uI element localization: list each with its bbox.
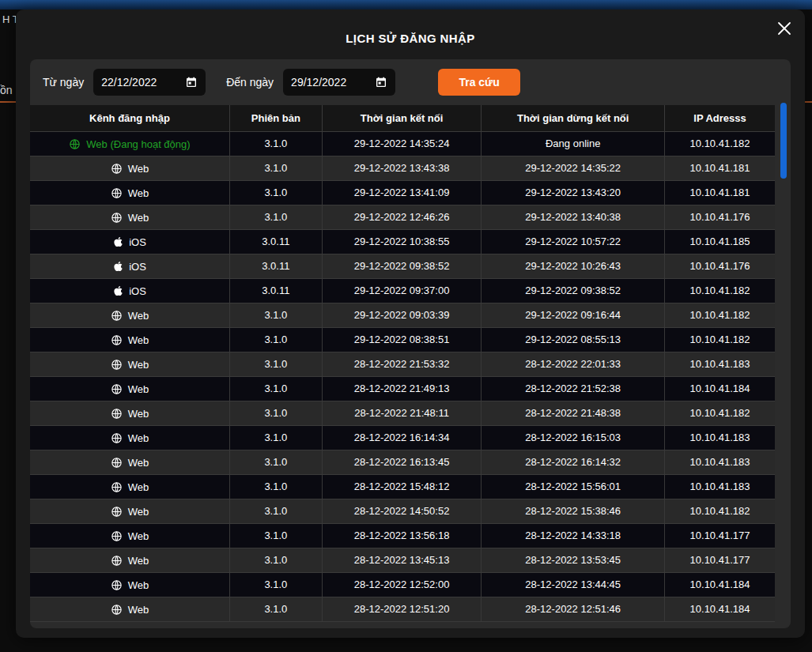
table-row[interactable]: Web 3.1.0 28-12-2022 12:51:20 28-12-2022…: [30, 597, 775, 621]
channel-cell: Web: [30, 156, 229, 180]
channel-label: Web: [128, 334, 149, 346]
disconnect-time-cell: 28-12-2022 21:48:38: [482, 401, 665, 425]
connect-time-cell: 28-12-2022 16:14:34: [322, 425, 482, 450]
table-row[interactable]: iOS 3.0.11 29-12-2022 09:37:00 29-12-202…: [30, 278, 775, 303]
channel-cell: Web: [30, 499, 229, 523]
table-row[interactable]: iOS 3.0.11 29-12-2022 10:38:55 29-12-202…: [30, 229, 775, 254]
globe-icon: [111, 163, 123, 175]
scrollbar-thumb[interactable]: [780, 103, 787, 179]
table-row[interactable]: iOS 3.0.11 29-12-2022 09:38:52 29-12-202…: [30, 254, 775, 278]
table-row[interactable]: Web 3.1.0 28-12-2022 12:52:00 28-12-2022…: [30, 572, 775, 597]
table-row[interactable]: Web 3.1.0 28-12-2022 13:45:13 28-12-2022…: [30, 548, 775, 572]
table-row[interactable]: Web 3.1.0 28-12-2022 21:53:32 28-12-2022…: [30, 352, 775, 376]
from-date-input[interactable]: 22/12/2022: [93, 69, 206, 96]
version-cell: 3.0.11: [229, 278, 322, 303]
channel-label: Web: [128, 579, 149, 591]
table-row[interactable]: Web 3.1.0 28-12-2022 16:13:45 28-12-2022…: [30, 450, 775, 474]
globe-icon: [111, 359, 123, 371]
column-header-ip: IP Adresss: [665, 105, 775, 131]
table-row[interactable]: Web 3.1.0 28-12-2022 21:48:11 28-12-2022…: [30, 401, 775, 425]
version-cell: 3.1.0: [229, 548, 322, 572]
version-cell: 3.1.0: [229, 303, 322, 327]
calendar-icon: [185, 76, 198, 89]
connect-time-cell: 28-12-2022 13:45:13: [322, 548, 482, 572]
connect-time-cell: 28-12-2022 21:48:11: [322, 401, 482, 425]
apple-icon: [113, 261, 123, 272]
channel-label: Web: [128, 604, 149, 616]
version-cell: 3.0.11: [229, 229, 322, 254]
from-date-label: Từ ngày: [43, 76, 84, 89]
version-cell: 3.1.0: [229, 180, 322, 205]
globe-icon: [69, 138, 81, 150]
channel-cell: Web: [30, 352, 229, 376]
globe-icon: [111, 604, 123, 616]
disconnect-time-cell: 29-12-2022 14:35:22: [482, 156, 665, 180]
globe-icon: [111, 579, 123, 591]
connect-time-cell: 28-12-2022 15:48:12: [322, 474, 482, 499]
disconnect-time-cell: 29-12-2022 13:43:20: [482, 180, 665, 205]
channel-label: Web: [128, 457, 149, 469]
globe-icon: [111, 432, 123, 444]
channel-label: Web: [128, 383, 149, 395]
connect-time-cell: 28-12-2022 21:49:13: [322, 376, 482, 401]
table-row[interactable]: Web 3.1.0 28-12-2022 15:48:12 28-12-2022…: [30, 474, 775, 499]
disconnect-time-cell: 29-12-2022 09:16:44: [482, 303, 665, 327]
table-row[interactable]: Web 3.1.0 29-12-2022 09:03:39 29-12-2022…: [30, 303, 775, 327]
table-row[interactable]: Web 3.1.0 28-12-2022 16:14:34 28-12-2022…: [30, 425, 775, 450]
close-button[interactable]: [775, 19, 794, 38]
globe-icon: [111, 506, 123, 518]
table-row[interactable]: Web 3.1.0 28-12-2022 13:56:18 28-12-2022…: [30, 523, 775, 548]
ip-cell: 10.10.41.185: [665, 229, 775, 254]
table-row[interactable]: Web 3.1.0 28-12-2022 21:49:13 28-12-2022…: [30, 376, 775, 401]
version-cell: 3.0.11: [229, 254, 322, 278]
login-table-body: Web (Đang hoạt động) 3.1.0 29-12-2022 14…: [30, 131, 775, 621]
ip-cell: 10.10.41.183: [665, 474, 775, 499]
background-topbar: [0, 0, 812, 9]
table-row[interactable]: Web 3.1.0 29-12-2022 08:38:51 29-12-2022…: [30, 327, 775, 352]
channel-label: Web: [128, 163, 149, 175]
channel-label: Web: [128, 432, 149, 444]
connect-time-cell: 28-12-2022 13:56:18: [322, 523, 482, 548]
table-row[interactable]: Web 3.1.0 29-12-2022 13:41:09 29-12-2022…: [30, 180, 775, 205]
ip-cell: 10.10.41.176: [665, 254, 775, 278]
ip-cell: 10.10.41.176: [665, 205, 775, 229]
globe-icon: [111, 457, 123, 469]
channel-cell: Web: [30, 597, 229, 621]
disconnect-time-cell: Đang online: [482, 131, 665, 156]
channel-label: Web (Đang hoạt động): [86, 138, 190, 150]
table-row[interactable]: Web 3.1.0 29-12-2022 12:46:26 29-12-2022…: [30, 205, 775, 229]
version-cell: 3.1.0: [229, 572, 322, 597]
disconnect-time-cell: 29-12-2022 10:26:43: [482, 254, 665, 278]
channel-label: Web: [128, 408, 149, 420]
login-history-modal: LỊCH SỬ ĐĂNG NHẬP Từ ngày 22/12/2022 Đến…: [16, 9, 805, 638]
channel-cell: Web: [30, 376, 229, 401]
connect-time-cell: 29-12-2022 13:41:09: [322, 180, 482, 205]
connect-time-cell: 29-12-2022 09:03:39: [322, 303, 482, 327]
globe-icon: [111, 310, 123, 322]
table-row[interactable]: Web (Đang hoạt động) 3.1.0 29-12-2022 14…: [30, 131, 775, 156]
search-button[interactable]: Tra cứu: [438, 69, 520, 96]
globe-icon: [111, 334, 123, 346]
disconnect-time-cell: 28-12-2022 16:15:03: [482, 425, 665, 450]
table-row[interactable]: Web 3.1.0 29-12-2022 13:43:38 29-12-2022…: [30, 156, 775, 180]
table-header-row: Kênh đăng nhập Phiên bản Thời gian kết n…: [30, 105, 775, 131]
to-date-input[interactable]: 29/12/2022: [283, 69, 395, 96]
ip-cell: 10.10.41.183: [665, 352, 775, 376]
ip-cell: 10.10.41.184: [665, 597, 775, 621]
channel-label: Web: [128, 481, 149, 493]
to-date-value: 29/12/2022: [291, 76, 346, 89]
ip-cell: 10.10.41.182: [665, 278, 775, 303]
table-row[interactable]: Web 3.1.0 28-12-2022 14:50:52 28-12-2022…: [30, 499, 775, 523]
channel-cell: iOS: [30, 254, 229, 278]
disconnect-time-cell: 28-12-2022 13:53:45: [482, 548, 665, 572]
disconnect-time-cell: 28-12-2022 12:51:46: [482, 597, 665, 621]
version-cell: 3.1.0: [229, 131, 322, 156]
channel-label: Web: [128, 530, 149, 542]
disconnect-time-cell: 28-12-2022 16:14:32: [482, 450, 665, 474]
login-history-table: Kênh đăng nhập Phiên bản Thời gian kết n…: [30, 105, 775, 622]
channel-cell: Web: [30, 450, 229, 474]
channel-cell: Web: [30, 474, 229, 499]
to-date-label: Đến ngày: [226, 76, 274, 89]
disconnect-time-cell: 28-12-2022 13:44:45: [482, 572, 665, 597]
disconnect-time-cell: 29-12-2022 08:55:13: [482, 327, 665, 352]
